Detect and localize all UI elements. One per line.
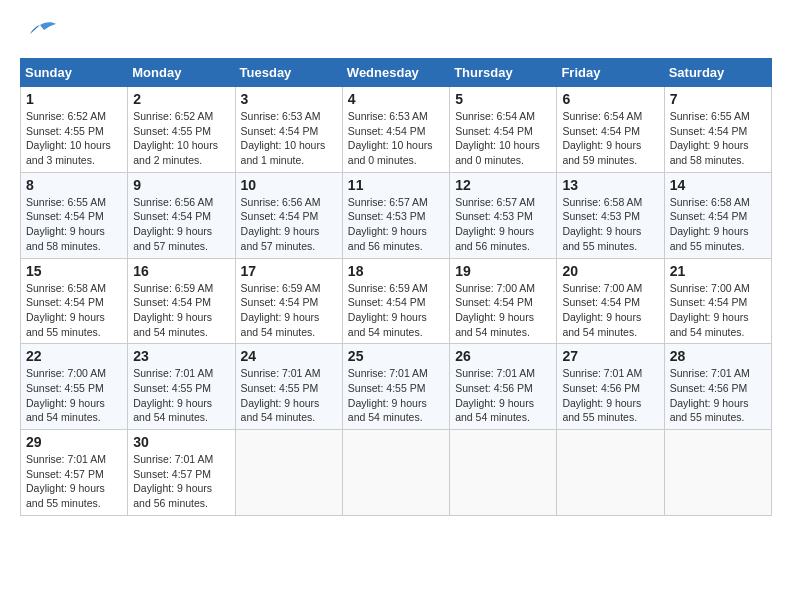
day-info: Sunrise: 7:00 AM Sunset: 4:54 PM Dayligh… <box>562 281 658 340</box>
calendar-cell: 24Sunrise: 7:01 AM Sunset: 4:55 PM Dayli… <box>235 344 342 430</box>
calendar-cell <box>557 430 664 516</box>
day-number: 29 <box>26 434 122 450</box>
calendar-week-row: 8Sunrise: 6:55 AM Sunset: 4:54 PM Daylig… <box>21 172 772 258</box>
day-number: 24 <box>241 348 337 364</box>
calendar-cell: 6Sunrise: 6:54 AM Sunset: 4:54 PM Daylig… <box>557 87 664 173</box>
day-info: Sunrise: 7:01 AM Sunset: 4:57 PM Dayligh… <box>26 452 122 511</box>
day-info: Sunrise: 7:01 AM Sunset: 4:56 PM Dayligh… <box>455 366 551 425</box>
calendar-cell: 4Sunrise: 6:53 AM Sunset: 4:54 PM Daylig… <box>342 87 449 173</box>
day-info: Sunrise: 6:52 AM Sunset: 4:55 PM Dayligh… <box>26 109 122 168</box>
day-info: Sunrise: 6:59 AM Sunset: 4:54 PM Dayligh… <box>133 281 229 340</box>
day-header-tuesday: Tuesday <box>235 59 342 87</box>
day-number: 1 <box>26 91 122 107</box>
calendar-cell: 18Sunrise: 6:59 AM Sunset: 4:54 PM Dayli… <box>342 258 449 344</box>
day-number: 26 <box>455 348 551 364</box>
day-number: 17 <box>241 263 337 279</box>
day-number: 18 <box>348 263 444 279</box>
calendar-week-row: 1Sunrise: 6:52 AM Sunset: 4:55 PM Daylig… <box>21 87 772 173</box>
calendar-cell: 9Sunrise: 6:56 AM Sunset: 4:54 PM Daylig… <box>128 172 235 258</box>
day-info: Sunrise: 6:56 AM Sunset: 4:54 PM Dayligh… <box>133 195 229 254</box>
day-number: 27 <box>562 348 658 364</box>
day-info: Sunrise: 6:58 AM Sunset: 4:54 PM Dayligh… <box>26 281 122 340</box>
day-info: Sunrise: 6:52 AM Sunset: 4:55 PM Dayligh… <box>133 109 229 168</box>
calendar-cell: 28Sunrise: 7:01 AM Sunset: 4:56 PM Dayli… <box>664 344 771 430</box>
day-header-wednesday: Wednesday <box>342 59 449 87</box>
calendar-cell: 23Sunrise: 7:01 AM Sunset: 4:55 PM Dayli… <box>128 344 235 430</box>
calendar-cell: 22Sunrise: 7:00 AM Sunset: 4:55 PM Dayli… <box>21 344 128 430</box>
day-number: 6 <box>562 91 658 107</box>
day-number: 3 <box>241 91 337 107</box>
day-info: Sunrise: 7:01 AM Sunset: 4:55 PM Dayligh… <box>133 366 229 425</box>
calendar-header-row: SundayMondayTuesdayWednesdayThursdayFrid… <box>21 59 772 87</box>
calendar-cell: 14Sunrise: 6:58 AM Sunset: 4:54 PM Dayli… <box>664 172 771 258</box>
calendar-cell: 8Sunrise: 6:55 AM Sunset: 4:54 PM Daylig… <box>21 172 128 258</box>
calendar-cell <box>664 430 771 516</box>
day-number: 25 <box>348 348 444 364</box>
calendar-body: 1Sunrise: 6:52 AM Sunset: 4:55 PM Daylig… <box>21 87 772 516</box>
calendar-week-row: 15Sunrise: 6:58 AM Sunset: 4:54 PM Dayli… <box>21 258 772 344</box>
calendar-cell: 5Sunrise: 6:54 AM Sunset: 4:54 PM Daylig… <box>450 87 557 173</box>
calendar-cell: 10Sunrise: 6:56 AM Sunset: 4:54 PM Dayli… <box>235 172 342 258</box>
day-number: 11 <box>348 177 444 193</box>
day-number: 5 <box>455 91 551 107</box>
calendar-cell: 27Sunrise: 7:01 AM Sunset: 4:56 PM Dayli… <box>557 344 664 430</box>
calendar-cell: 12Sunrise: 6:57 AM Sunset: 4:53 PM Dayli… <box>450 172 557 258</box>
day-number: 8 <box>26 177 122 193</box>
calendar-cell: 30Sunrise: 7:01 AM Sunset: 4:57 PM Dayli… <box>128 430 235 516</box>
day-header-thursday: Thursday <box>450 59 557 87</box>
day-info: Sunrise: 7:01 AM Sunset: 4:56 PM Dayligh… <box>562 366 658 425</box>
calendar-cell: 29Sunrise: 7:01 AM Sunset: 4:57 PM Dayli… <box>21 430 128 516</box>
day-number: 12 <box>455 177 551 193</box>
day-number: 9 <box>133 177 229 193</box>
day-number: 14 <box>670 177 766 193</box>
day-info: Sunrise: 7:01 AM Sunset: 4:55 PM Dayligh… <box>348 366 444 425</box>
day-header-monday: Monday <box>128 59 235 87</box>
day-number: 16 <box>133 263 229 279</box>
calendar-table: SundayMondayTuesdayWednesdayThursdayFrid… <box>20 58 772 516</box>
day-number: 2 <box>133 91 229 107</box>
day-number: 15 <box>26 263 122 279</box>
day-number: 19 <box>455 263 551 279</box>
calendar-cell: 21Sunrise: 7:00 AM Sunset: 4:54 PM Dayli… <box>664 258 771 344</box>
day-info: Sunrise: 6:55 AM Sunset: 4:54 PM Dayligh… <box>670 109 766 168</box>
calendar-cell <box>342 430 449 516</box>
calendar-week-row: 29Sunrise: 7:01 AM Sunset: 4:57 PM Dayli… <box>21 430 772 516</box>
day-number: 28 <box>670 348 766 364</box>
day-number: 30 <box>133 434 229 450</box>
day-number: 22 <box>26 348 122 364</box>
day-info: Sunrise: 7:00 AM Sunset: 4:54 PM Dayligh… <box>670 281 766 340</box>
calendar-cell <box>450 430 557 516</box>
day-number: 7 <box>670 91 766 107</box>
calendar-cell: 15Sunrise: 6:58 AM Sunset: 4:54 PM Dayli… <box>21 258 128 344</box>
logo-bird-icon <box>22 20 58 48</box>
day-number: 23 <box>133 348 229 364</box>
calendar-week-row: 22Sunrise: 7:00 AM Sunset: 4:55 PM Dayli… <box>21 344 772 430</box>
day-number: 20 <box>562 263 658 279</box>
day-info: Sunrise: 7:01 AM Sunset: 4:56 PM Dayligh… <box>670 366 766 425</box>
day-info: Sunrise: 7:00 AM Sunset: 4:55 PM Dayligh… <box>26 366 122 425</box>
day-info: Sunrise: 6:54 AM Sunset: 4:54 PM Dayligh… <box>455 109 551 168</box>
day-info: Sunrise: 6:57 AM Sunset: 4:53 PM Dayligh… <box>455 195 551 254</box>
day-header-sunday: Sunday <box>21 59 128 87</box>
day-number: 21 <box>670 263 766 279</box>
day-number: 10 <box>241 177 337 193</box>
day-header-friday: Friday <box>557 59 664 87</box>
calendar-cell: 13Sunrise: 6:58 AM Sunset: 4:53 PM Dayli… <box>557 172 664 258</box>
day-info: Sunrise: 6:55 AM Sunset: 4:54 PM Dayligh… <box>26 195 122 254</box>
day-info: Sunrise: 7:01 AM Sunset: 4:57 PM Dayligh… <box>133 452 229 511</box>
calendar-cell: 3Sunrise: 6:53 AM Sunset: 4:54 PM Daylig… <box>235 87 342 173</box>
calendar-cell: 17Sunrise: 6:59 AM Sunset: 4:54 PM Dayli… <box>235 258 342 344</box>
calendar-cell <box>235 430 342 516</box>
day-info: Sunrise: 6:56 AM Sunset: 4:54 PM Dayligh… <box>241 195 337 254</box>
calendar-cell: 16Sunrise: 6:59 AM Sunset: 4:54 PM Dayli… <box>128 258 235 344</box>
day-info: Sunrise: 6:53 AM Sunset: 4:54 PM Dayligh… <box>241 109 337 168</box>
day-info: Sunrise: 6:54 AM Sunset: 4:54 PM Dayligh… <box>562 109 658 168</box>
day-info: Sunrise: 6:53 AM Sunset: 4:54 PM Dayligh… <box>348 109 444 168</box>
day-info: Sunrise: 6:58 AM Sunset: 4:53 PM Dayligh… <box>562 195 658 254</box>
day-info: Sunrise: 7:01 AM Sunset: 4:55 PM Dayligh… <box>241 366 337 425</box>
calendar-cell: 20Sunrise: 7:00 AM Sunset: 4:54 PM Dayli… <box>557 258 664 344</box>
day-number: 4 <box>348 91 444 107</box>
day-header-saturday: Saturday <box>664 59 771 87</box>
logo <box>20 20 58 48</box>
calendar-cell: 1Sunrise: 6:52 AM Sunset: 4:55 PM Daylig… <box>21 87 128 173</box>
